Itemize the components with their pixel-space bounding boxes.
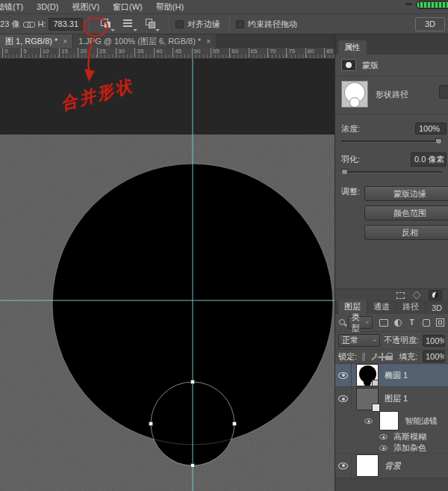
density-slider-handle[interactable] <box>435 138 442 144</box>
document-tab-label: 1.JPG @ 100% (图层 6, RGB/8) * <box>78 36 201 47</box>
filter-adjustment-layers-icon[interactable] <box>394 319 402 327</box>
filter-name[interactable]: 高斯模糊 <box>393 431 426 442</box>
ruler-tick: 20 <box>78 48 78 58</box>
lock-position-icon[interactable] <box>378 353 380 361</box>
menu-bar: 滤镜(T) 3D(D) 视图(V) 窗口(W) 帮助(H) <box>0 0 448 13</box>
feather-slider-handle[interactable] <box>341 169 348 175</box>
shape-layer-badge-icon <box>372 380 379 386</box>
filter-name[interactable]: 添加杂色 <box>393 442 426 454</box>
snap-edges-option[interactable]: 对齐边缘 <box>175 19 220 30</box>
layer-thumbnail[interactable] <box>356 388 379 410</box>
updown-arrows-icon: ÷ <box>373 338 376 343</box>
color-range-button[interactable]: 颜色范围 <box>364 206 448 220</box>
menu-3d[interactable]: 3D(D) <box>30 0 65 13</box>
width-value[interactable]: 723 像 <box>0 19 19 30</box>
path-operations-button[interactable] <box>98 16 116 32</box>
layer-row-layer1[interactable]: 图层 1 <box>335 387 448 410</box>
eye-icon[interactable] <box>379 434 387 439</box>
fill-input[interactable]: 100% <box>423 351 445 362</box>
menu-help[interactable]: 帮助(H) <box>149 0 190 13</box>
filter-smart-objects-icon[interactable] <box>436 318 444 327</box>
blend-mode-select[interactable]: 正常 ÷ <box>338 334 380 347</box>
smart-filters-row[interactable]: 智能滤镜 <box>335 410 448 431</box>
tab-paths[interactable]: 路径 <box>396 300 425 314</box>
apply-mask-icon[interactable] <box>412 291 420 299</box>
smart-filters-label[interactable]: 智能滤镜 <box>405 416 438 427</box>
filter-gaussian-blur-row[interactable]: 高斯模糊 <box>335 431 448 442</box>
density-value[interactable]: 100% <box>415 123 447 135</box>
invert-button[interactable]: 反相 <box>364 225 448 240</box>
layers-panel: 类型 ÷ T 正常 ÷ 不透明度: 100% <box>335 314 448 491</box>
shape-path-thumbnail[interactable] <box>341 81 368 108</box>
separator <box>169 16 169 31</box>
density-slider[interactable] <box>341 138 442 145</box>
menu-window[interactable]: 窗口(W) <box>106 0 149 13</box>
eye-icon[interactable] <box>364 418 372 423</box>
visibility-cell[interactable] <box>335 387 352 410</box>
mask-options-button[interactable] <box>439 85 448 99</box>
menu-filter[interactable]: 滤镜(T) <box>0 0 30 13</box>
layer-thumbnail[interactable] <box>356 364 379 386</box>
canvas-area[interactable] <box>0 58 335 491</box>
ruler-tick: 50 <box>192 48 193 58</box>
3d-mode-button[interactable]: 3D <box>415 17 445 31</box>
panels-column: 属性 蒙版 形状路径 浓度: 100% <box>335 34 448 491</box>
smart-object-badge-icon <box>372 404 380 412</box>
ruler-tick: 15 <box>59 48 60 58</box>
adjust-section: 调整: 蒙版边缘 颜色范围 反相 <box>335 176 448 240</box>
layer-name[interactable]: 图层 1 <box>385 393 408 404</box>
smart-filter-thumbnail[interactable] <box>379 411 399 430</box>
separator <box>229 16 230 31</box>
mask-visibility-button[interactable] <box>429 290 442 300</box>
path-arrangement-button[interactable] <box>143 16 161 32</box>
canvas-image <box>0 58 335 491</box>
battery-indicator-icon <box>416 1 448 9</box>
shape-blob <box>350 98 359 107</box>
filter-add-noise-row[interactable]: 添加杂色 <box>335 442 448 454</box>
close-icon[interactable]: × <box>63 37 67 46</box>
filter-shape-layers-icon[interactable] <box>423 319 430 327</box>
layer-name[interactable]: 背景 <box>385 460 401 472</box>
document-tab-1[interactable]: 图 1, RGB/8) * × <box>0 34 72 48</box>
tab-3d[interactable]: 3D <box>426 302 448 314</box>
visibility-cell[interactable] <box>335 364 352 386</box>
layer-row-background[interactable]: 背景 <box>335 454 448 478</box>
fill-label: 填充: <box>399 351 417 362</box>
lock-transparency-icon[interactable] <box>362 353 365 361</box>
blend-mode-value: 正常 <box>342 335 358 346</box>
constrain-drag-label: 约束路径拖动 <box>248 19 297 30</box>
opacity-input[interactable]: 100% <box>423 335 445 347</box>
feather-slider[interactable] <box>341 168 442 176</box>
filter-pixel-layers-icon[interactable] <box>379 319 388 327</box>
menu-view[interactable]: 视图(V) <box>65 0 106 13</box>
link-dimensions-icon[interactable] <box>23 20 34 28</box>
path-alignment-button[interactable] <box>120 16 138 32</box>
chevron-down-icon <box>133 29 137 31</box>
document-tab-2[interactable]: 1.JPG @ 100% (图层 6, RGB/8) * × <box>72 34 216 48</box>
visibility-cell[interactable] <box>335 454 352 478</box>
document-tab-bar: 图 1, RGB/8) * × 1.JPG @ 100% (图层 6, RGB/… <box>0 34 335 48</box>
filter-type-layers-icon[interactable]: T <box>407 318 417 327</box>
layer-name[interactable]: 椭圆 1 <box>385 370 408 381</box>
feather-value[interactable]: 0.0 像素 <box>411 152 447 167</box>
filter-type-select[interactable]: 类型 ÷ <box>348 316 373 329</box>
close-icon[interactable]: × <box>206 37 211 46</box>
mask-edge-button[interactable]: 蒙版边缘 <box>364 186 448 201</box>
horizontal-ruler[interactable]: 0510152025303540455055606570758085 <box>0 48 335 58</box>
blend-mode-row: 正常 ÷ 不透明度: 100% <box>335 332 448 350</box>
height-input[interactable]: 783.31 <box>49 18 83 31</box>
constrain-drag-checkbox[interactable] <box>236 20 244 28</box>
tab-properties[interactable]: 属性 <box>338 40 367 55</box>
snap-edges-checkbox[interactable] <box>175 20 184 28</box>
load-selection-icon[interactable] <box>396 292 405 299</box>
lock-all-icon[interactable] <box>385 353 388 361</box>
ruler-tick: 55 <box>211 48 211 58</box>
layer-row-ellipse1[interactable]: 椭圆 1 <box>335 364 448 387</box>
layer-thumbnail[interactable] <box>356 454 379 477</box>
filter-type-label: 类型 <box>352 312 361 334</box>
updown-arrows-icon: ÷ <box>366 320 369 325</box>
eye-icon[interactable] <box>379 445 387 450</box>
lock-pixels-icon[interactable] <box>370 353 373 361</box>
tab-channels[interactable]: 通道 <box>367 300 396 314</box>
constrain-drag-option[interactable]: 约束路径拖动 <box>236 19 297 30</box>
